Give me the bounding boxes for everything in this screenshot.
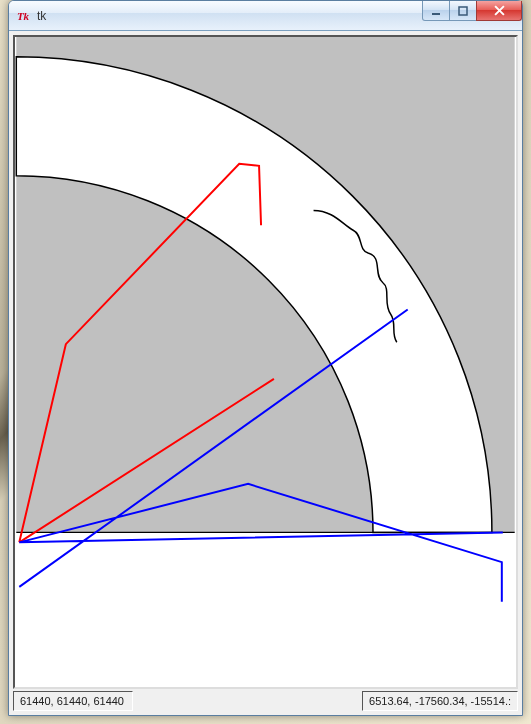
window-buttons: [423, 1, 522, 21]
app-window: Tk tk: [8, 0, 523, 716]
canvas[interactable]: [13, 35, 518, 689]
maximize-button[interactable]: [449, 1, 477, 21]
client-area: 61440, 61440, 61440 6513.64, -17560.34, …: [9, 31, 522, 715]
svg-rect-1: [459, 7, 467, 15]
canvas-svg: [15, 37, 516, 687]
statusbar: 61440, 61440, 61440 6513.64, -17560.34, …: [13, 691, 518, 711]
window-title: tk: [37, 9, 46, 23]
titlebar[interactable]: Tk tk: [9, 1, 522, 31]
canvas-bg-white: [16, 532, 514, 687]
status-right: 6513.64, -17560.34, -15514.:: [362, 691, 518, 711]
status-left: 61440, 61440, 61440: [13, 691, 133, 711]
svg-rect-0: [432, 13, 440, 15]
close-button[interactable]: [476, 1, 522, 21]
tk-icon: Tk: [15, 8, 31, 24]
minimize-button[interactable]: [422, 1, 450, 21]
